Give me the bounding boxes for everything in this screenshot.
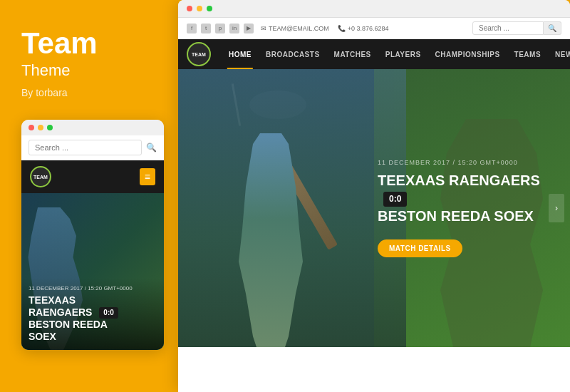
desktop-search-button[interactable]: 🔍 bbox=[544, 21, 561, 35]
nav-item-championships[interactable]: CHAMPIONSHIPS bbox=[428, 39, 507, 69]
mobile-hero: 11 DECEMBER 2017 / 15:20 GMT+0000 TEEXAA… bbox=[21, 193, 164, 350]
phone-contact: 📞 +0 3.876.6284 bbox=[338, 25, 389, 32]
dot-red bbox=[28, 125, 34, 130]
hero-teams: TEEXAAS RAENGAERS 0:0 BESTON REEDA SOEX bbox=[378, 172, 549, 225]
nav-items: HOME BROADCASTS MATCHES PLAYERS CHAMPION… bbox=[222, 39, 570, 69]
batter-figure bbox=[200, 105, 342, 347]
top-bar-contact: ✉ TEAM@EMAIL.COM 📞 +0 3.876.6284 bbox=[261, 25, 388, 32]
hero-next-arrow[interactable]: › bbox=[549, 194, 564, 222]
email-contact: ✉ TEAM@EMAIL.COM bbox=[261, 25, 329, 32]
mobile-match-teams: TEEXAAS RAENGAERS 0:0 BESTON REEDA SOEX bbox=[28, 294, 157, 343]
bookmark-icon[interactable]: ▶ bbox=[244, 24, 254, 33]
nav-item-players[interactable]: PLAYERS bbox=[378, 39, 428, 69]
left-panel: Team Theme By torbara 🔍 TEAM ≡ 11 DECEMB… bbox=[0, 0, 175, 392]
desktop-top-bar: f t p in ▶ ✉ TEAM@EMAIL.COM 📞 +0 3.876.6… bbox=[178, 18, 570, 39]
mobile-search-bar: 🔍 bbox=[21, 135, 164, 160]
mobile-logo: TEAM bbox=[30, 166, 51, 187]
mobile-browser-bar bbox=[21, 120, 164, 135]
desktop-browser-bar bbox=[178, 0, 570, 18]
match-details-button[interactable]: MATCH DETAILS bbox=[378, 239, 462, 257]
mobile-search-input[interactable] bbox=[28, 140, 142, 155]
theme-subtitle: Theme bbox=[21, 61, 153, 80]
dot-yellow bbox=[38, 125, 43, 130]
pinterest-icon[interactable]: p bbox=[215, 24, 225, 33]
right-panel: f t p in ▶ ✉ TEAM@EMAIL.COM 📞 +0 3.876.6… bbox=[178, 0, 570, 392]
theme-title: Team bbox=[21, 29, 153, 58]
desktop-search-input[interactable] bbox=[472, 21, 544, 35]
mobile-hamburger-button[interactable]: ≡ bbox=[140, 168, 155, 185]
nav-item-broadcasts[interactable]: BROADCASTS bbox=[259, 39, 327, 69]
hero-player-area bbox=[178, 69, 406, 347]
top-bar-right: 🔍 bbox=[472, 21, 561, 35]
hero-content: 11 DECEMBER 2017 / 15:20 GMT+0000 TEEXAA… bbox=[378, 159, 549, 257]
phone-icon: 📞 bbox=[338, 25, 346, 32]
hero-match-date: 11 DECEMBER 2017 / 15:20 GMT+0000 bbox=[378, 159, 549, 166]
desktop-logo: TEAM bbox=[187, 42, 211, 66]
mobile-search-icon[interactable]: 🔍 bbox=[146, 143, 157, 153]
linkedin-icon[interactable]: in bbox=[229, 24, 239, 33]
nav-item-matches[interactable]: MATCHES bbox=[327, 39, 378, 69]
twitter-icon[interactable]: t bbox=[201, 24, 211, 33]
mobile-preview: 🔍 TEAM ≡ 11 DECEMBER 2017 / 15:20 GMT+00… bbox=[21, 120, 164, 350]
desktop-nav: TEAM HOME BROADCASTS MATCHES PLAYERS CHA… bbox=[178, 39, 570, 69]
hero-score-badge: 0:0 bbox=[383, 192, 407, 207]
top-bar-social: f t p in ▶ bbox=[187, 24, 254, 33]
theme-author: By torbara bbox=[21, 87, 153, 98]
email-icon: ✉ bbox=[261, 25, 266, 32]
nav-item-home[interactable]: HOME bbox=[222, 39, 259, 69]
nav-item-teams[interactable]: TEAMS bbox=[507, 39, 549, 69]
batter-body bbox=[235, 133, 306, 347]
mobile-match-date: 11 DECEMBER 2017 / 15:20 GMT+0000 bbox=[28, 285, 157, 292]
desktop-hero: 11 DECEMBER 2017 / 15:20 GMT+0000 TEEXAA… bbox=[178, 69, 570, 347]
facebook-icon[interactable]: f bbox=[187, 24, 197, 33]
desktop-dot-yellow bbox=[197, 6, 202, 11]
dot-green bbox=[47, 125, 53, 130]
mobile-hero-overlay: 11 DECEMBER 2017 / 15:20 GMT+0000 TEEXAA… bbox=[21, 278, 164, 350]
desktop-dot-red bbox=[187, 6, 192, 11]
nav-item-news[interactable]: NEWS bbox=[548, 39, 570, 69]
desktop-dot-green bbox=[207, 6, 212, 11]
mobile-score-badge: 0:0 bbox=[99, 307, 118, 319]
top-bar-left: f t p in ▶ ✉ TEAM@EMAIL.COM 📞 +0 3.876.6… bbox=[187, 24, 388, 33]
mobile-nav: TEAM ≡ bbox=[21, 160, 164, 193]
